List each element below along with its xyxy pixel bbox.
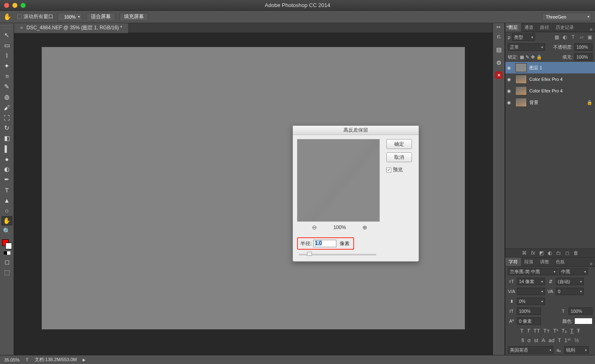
adjustment-layer-icon[interactable]: ◐ — [548, 250, 552, 256]
opentype-st-icon[interactable]: st — [534, 337, 538, 343]
fill-screen-button[interactable]: 填充屏幕 — [119, 13, 148, 21]
path-select-tool-icon[interactable]: ▲ — [2, 196, 12, 205]
layer-name[interactable]: 背景 — [529, 99, 538, 106]
visibility-icon[interactable]: ◉ — [505, 88, 513, 94]
font-family-select[interactable]: 兰亭黑-简 中黑 — [508, 268, 557, 275]
filter-adjust-icon[interactable]: ◐ — [562, 34, 568, 40]
share-icon[interactable]: ⇪ — [25, 357, 29, 362]
panel-menu-icon[interactable]: ≡ — [588, 27, 595, 32]
tab-history[interactable]: 历史记录 — [552, 23, 577, 32]
kerning-field[interactable] — [517, 288, 545, 295]
text-color-swatch[interactable] — [574, 318, 593, 324]
radius-input[interactable]: 1.0 — [313, 240, 336, 247]
slider-handle[interactable] — [307, 252, 312, 256]
lock-all-icon[interactable]: 🔒 — [536, 54, 542, 60]
lock-trans-icon[interactable]: ▦ — [520, 54, 524, 60]
blur-tool-icon[interactable]: ● — [2, 154, 12, 163]
baseline-field[interactable]: 0 像素 — [517, 317, 541, 325]
subscript-icon[interactable]: T₁ — [562, 328, 567, 334]
healing-tool-icon[interactable]: ◍ — [2, 92, 12, 102]
opentype-o-icon[interactable]: σ — [528, 337, 531, 343]
zoom-readout[interactable]: 35.05% — [4, 357, 19, 362]
radius-slider[interactable] — [299, 254, 376, 255]
crop-tool-icon[interactable]: ⌗ — [2, 72, 12, 81]
brush-tool-icon[interactable]: 🖌 — [2, 103, 12, 112]
default-colors-icon[interactable] — [3, 251, 11, 255]
tab-channels[interactable]: 通道 — [521, 23, 537, 32]
panel-menu-icon[interactable]: ≡ — [588, 261, 595, 266]
type-tool-icon[interactable]: T — [2, 185, 12, 194]
visibility-icon[interactable]: ◉ — [505, 65, 513, 71]
ok-button[interactable]: 确定 — [386, 139, 412, 149]
layer-name[interactable]: Color Efex Pro 4 — [529, 77, 563, 82]
lock-pos-icon[interactable]: ✥ — [531, 54, 535, 60]
stamp-tool-icon[interactable]: ⛶ — [2, 113, 12, 122]
layer-thumb[interactable] — [515, 98, 527, 107]
font-style-select[interactable]: 中黑 — [559, 268, 588, 275]
hand-tool-icon[interactable]: ✋ — [2, 216, 12, 225]
layer-row[interactable]: ◉ Color Efex Pro 4 — [505, 73, 595, 85]
move-tool-icon[interactable]: ↖ — [2, 31, 12, 40]
screenmode-icon[interactable]: ⬚ — [2, 268, 12, 277]
opentype-t-icon[interactable]: T — [558, 337, 561, 343]
visibility-icon[interactable]: ◉ — [505, 100, 513, 105]
close-tab-icon[interactable]: ✕ — [20, 26, 23, 30]
cancel-button[interactable]: 取消 — [386, 152, 412, 162]
blend-mode-select[interactable]: 正常 — [508, 43, 545, 51]
marquee-tool-icon[interactable]: ▭ — [2, 41, 12, 50]
quickmask-icon[interactable]: ◻ — [2, 258, 12, 267]
link-layers-icon[interactable]: ⌘ — [522, 250, 527, 256]
antialias-select[interactable]: 锐利 — [564, 346, 589, 354]
tab-swatches[interactable]: 色板 — [552, 258, 568, 266]
hand-tool-icon[interactable]: ✋ — [3, 13, 12, 21]
opentype-ad-icon[interactable]: ad — [548, 337, 554, 343]
gradient-tool-icon[interactable]: ▌ — [2, 144, 12, 153]
zoom-level-select[interactable]: 100% — [57, 13, 82, 21]
italic-icon[interactable]: T — [527, 328, 530, 334]
doc-size-readout[interactable]: 文档:138.2M/553.0M — [35, 357, 77, 363]
language-select[interactable]: 美国英语 — [508, 346, 553, 354]
strike-icon[interactable]: Ŧ — [577, 328, 580, 334]
tab-paragraph[interactable]: 段落 — [521, 258, 537, 266]
leading-field[interactable]: (自动) — [556, 278, 584, 285]
layer-thumb[interactable] — [515, 75, 527, 84]
color-swatches[interactable] — [2, 239, 12, 249]
underline-icon[interactable]: T — [570, 328, 574, 334]
tracking-field[interactable]: 0 — [556, 288, 584, 295]
preview-checkbox[interactable]: ✓预览 — [386, 166, 412, 173]
visibility-icon[interactable]: ◉ — [505, 77, 513, 82]
h-scale-field[interactable]: 100% — [517, 307, 541, 315]
scroll-all-windows-checkbox[interactable]: 滚动所有窗口 — [17, 13, 53, 20]
layer-name[interactable]: 图层 1 — [529, 65, 542, 71]
layer-row[interactable]: ◉ 背景 🔒 — [505, 97, 595, 108]
superscript-icon[interactable]: T¹ — [553, 328, 558, 334]
layer-row[interactable]: ◉ Color Efex Pro 4 — [505, 85, 595, 97]
actions-panel-icon[interactable]: ▤ — [494, 45, 503, 54]
smallcaps-icon[interactable]: Tᴛ — [543, 328, 550, 334]
opentype-frac-icon[interactable]: ½ — [574, 337, 579, 343]
filter-type-icon[interactable]: T — [570, 34, 576, 40]
layer-thumb[interactable] — [515, 86, 527, 95]
quick-select-tool-icon[interactable]: ✦ — [2, 61, 12, 71]
fit-screen-button[interactable]: 适合屏幕 — [86, 13, 115, 21]
zoom-out-icon[interactable]: ⊖ — [312, 224, 317, 231]
history-panel-icon[interactable]: ⎌ — [494, 32, 503, 41]
status-menu-icon[interactable]: ▶ — [83, 358, 86, 362]
dodge-tool-icon[interactable]: ◐ — [2, 165, 12, 174]
shape-tool-icon[interactable]: ○ — [2, 206, 12, 215]
tab-adjust[interactable]: 调整 — [537, 258, 552, 266]
lock-paint-icon[interactable]: ✎ — [526, 54, 529, 60]
properties-panel-icon[interactable]: ⚙ — [494, 58, 503, 67]
opentype-fi-icon[interactable]: fi — [521, 337, 524, 343]
opacity-field[interactable]: 100% — [574, 43, 593, 51]
lasso-tool-icon[interactable]: ⌇ — [2, 51, 12, 60]
toolbox-grabber[interactable] — [1, 26, 13, 29]
layer-name[interactable]: Color Efex Pro 4 — [529, 88, 563, 93]
layer-mask-icon[interactable]: ◩ — [539, 250, 544, 256]
font-size-field[interactable]: 14 像素 — [517, 278, 545, 285]
expand-panels-icon[interactable]: ▸▸ — [497, 24, 501, 29]
document-tab[interactable]: ✕ DSC_4884.NEF @ 35% (图层 1, RGB/16) * — [14, 23, 128, 33]
vscale-field[interactable]: 0% — [517, 298, 545, 305]
trash-icon[interactable]: 🗑 — [574, 250, 578, 256]
group-icon[interactable]: 🗀 — [556, 250, 561, 256]
